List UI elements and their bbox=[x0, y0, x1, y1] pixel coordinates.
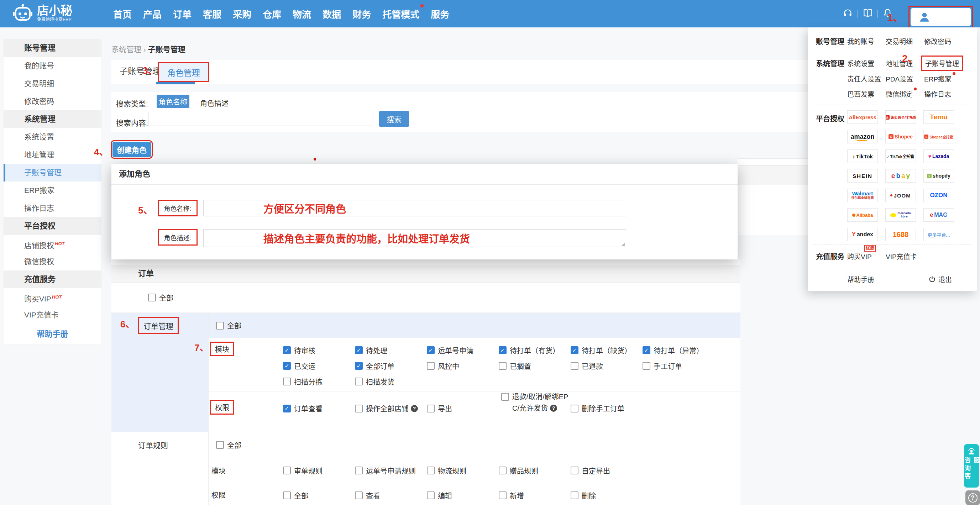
platform-shopee-tuoguan[interactable]: SShopee全托管 bbox=[923, 130, 954, 143]
checkbox[interactable]: ✓ bbox=[571, 346, 579, 354]
checkbox[interactable] bbox=[571, 491, 579, 499]
checkbox-操作全部店铺[interactable]: 操作全部店铺? bbox=[355, 403, 427, 413]
nav-item-产品[interactable]: 产品 bbox=[143, 7, 162, 20]
checkbox-查看[interactable]: 查看 bbox=[355, 491, 427, 501]
headset-icon[interactable] bbox=[843, 8, 853, 19]
platform-tiktok[interactable]: ♪TikTok bbox=[847, 149, 878, 163]
checkbox-自定导出[interactable]: 自定导出 bbox=[571, 465, 643, 476]
platform-joom[interactable]: JOOM bbox=[885, 189, 916, 202]
checkbox-已退款[interactable]: 已退款 bbox=[571, 361, 643, 371]
platform-mercado-libre[interactable]: mercadolibre bbox=[885, 208, 916, 222]
sidebar-item-交易明细[interactable]: 交易明细 bbox=[3, 75, 102, 92]
checkbox[interactable]: ✓ bbox=[283, 405, 291, 413]
platform-tiktok-tuoguan[interactable]: ♪TikTok全托管 bbox=[885, 149, 916, 163]
manual-book-icon[interactable] bbox=[863, 8, 872, 19]
platform-aliexpress[interactable]: AliExpress bbox=[847, 110, 878, 124]
checkbox-运单号申请规则[interactable]: 运单号申请规则 bbox=[355, 465, 427, 476]
checkbox[interactable] bbox=[283, 491, 291, 499]
checkbox[interactable] bbox=[571, 405, 579, 413]
sidebar-item-地址管理[interactable]: 地址管理 bbox=[3, 146, 102, 164]
platform-shopee[interactable]: SShopee bbox=[885, 130, 916, 143]
checkbox-全部订单[interactable]: ✓全部订单 bbox=[355, 361, 427, 371]
checkbox-待打单（异常）[interactable]: ✓待打单（异常） bbox=[643, 345, 714, 356]
permission-checkbox-退款/取消/解绑EP[interactable]: 退款/取消/解绑EPC/允许发货? bbox=[499, 391, 571, 413]
checkbox[interactable] bbox=[427, 405, 434, 413]
nav-item-采购[interactable]: 采购 bbox=[233, 7, 251, 20]
checkbox[interactable]: ✓ bbox=[283, 362, 291, 370]
role-desc-textarea[interactable]: 描述角色主要负责的功能，比如处理订单发货 ◢ bbox=[203, 229, 626, 247]
checkbox-全部[interactable]: 全部 bbox=[148, 292, 173, 303]
checkbox-运单号申请[interactable]: ✓运单号申请 bbox=[427, 345, 499, 356]
checkbox[interactable] bbox=[355, 491, 363, 499]
sidebar-item-店铺授权[interactable]: 店铺授权HOT bbox=[3, 235, 102, 252]
checkbox[interactable] bbox=[283, 467, 291, 475]
dropdown-link-购买VIP[interactable]: 购买VIP bbox=[847, 251, 886, 261]
checkbox[interactable] bbox=[355, 405, 363, 413]
nav-item-订单[interactable]: 订单 bbox=[173, 7, 191, 20]
checkbox-已交运[interactable]: ✓已交运 bbox=[283, 361, 355, 371]
help-icon[interactable]: ? bbox=[411, 405, 418, 412]
checkbox[interactable] bbox=[148, 294, 156, 302]
checkbox-删除[interactable]: 删除 bbox=[571, 491, 643, 501]
checkbox-待打单（缺货）[interactable]: ✓待打单（缺货） bbox=[571, 345, 643, 356]
checkbox-赠品规则[interactable]: 赠品规则 bbox=[499, 465, 571, 476]
platform-1688[interactable]: 1688 bbox=[885, 228, 916, 241]
user-account-pill[interactable] bbox=[911, 8, 971, 26]
dropdown-link-微信绑定[interactable]: 微信绑定 bbox=[886, 89, 924, 98]
checkbox-待打单（有货）[interactable]: ✓待打单（有货） bbox=[499, 345, 571, 356]
checkbox-全部[interactable]: 全部 bbox=[216, 440, 241, 450]
checkbox-订单查看[interactable]: ✓订单查看 bbox=[283, 403, 355, 413]
user-account-button[interactable] bbox=[908, 6, 973, 29]
platform-shopify[interactable]: sshopify bbox=[923, 169, 954, 183]
sidebar-help-link[interactable]: 帮助手册 bbox=[3, 324, 102, 345]
checkbox-编辑[interactable]: 编辑 bbox=[427, 491, 499, 501]
checkbox-全部[interactable]: 全部 bbox=[216, 320, 241, 330]
platform-walmart[interactable]: Walmart沃尔玛全球电商 bbox=[847, 189, 878, 202]
checkbox[interactable] bbox=[216, 441, 224, 449]
checkbox[interactable] bbox=[571, 467, 579, 475]
checkbox[interactable]: ✓ bbox=[283, 346, 291, 354]
sidebar-item-我的账号[interactable]: 我的账号 bbox=[3, 57, 102, 75]
platform-shein[interactable]: SHEIN bbox=[847, 169, 878, 183]
search-button[interactable]: 搜索 bbox=[379, 111, 409, 127]
nav-item-数据[interactable]: 数据 bbox=[323, 7, 341, 20]
checkbox-删除手工订单[interactable]: 删除手工订单 bbox=[571, 403, 643, 413]
platform-alibaba[interactable]: Alibaba bbox=[847, 208, 878, 222]
logout-button[interactable]: 退出 bbox=[928, 275, 952, 284]
checkbox-导出[interactable]: 导出 bbox=[427, 403, 499, 413]
checkbox[interactable] bbox=[216, 322, 224, 330]
sidebar-item-ERP搬家[interactable]: ERP搬家 bbox=[3, 181, 102, 199]
nav-item-物流[interactable]: 物流 bbox=[293, 7, 311, 20]
dropdown-link-PDA设置[interactable]: PDA设置 bbox=[886, 74, 924, 83]
search-input[interactable] bbox=[148, 112, 372, 126]
platform-temu[interactable]: Temu bbox=[923, 110, 954, 124]
sidebar-item-修改密码[interactable]: 修改密码 bbox=[3, 92, 102, 110]
sidebar-item-微信授权[interactable]: 微信授权 bbox=[3, 252, 102, 270]
checkbox-审单规则[interactable]: 审单规则 bbox=[283, 465, 355, 476]
checkbox-全部[interactable]: 全部 bbox=[283, 491, 355, 501]
checkbox[interactable] bbox=[499, 467, 507, 475]
dropdown-link-子账号管理[interactable]: 子账号管理 bbox=[921, 56, 963, 71]
dropdown-link-VIP充值卡[interactable]: VIP充值卡 bbox=[886, 251, 924, 261]
platform-ebay[interactable]: ebay bbox=[885, 169, 916, 183]
dropdown-link-help-manual[interactable]: 帮助手册 bbox=[847, 275, 886, 284]
checkbox[interactable]: ✓ bbox=[355, 362, 363, 370]
dropdown-link-系统设置[interactable]: 系统设置 bbox=[847, 58, 886, 68]
sidebar-item-购买VIP[interactable]: 购买VIPHOT bbox=[3, 288, 102, 306]
dropdown-link-修改密码[interactable]: 修改密码 bbox=[924, 36, 963, 46]
app-logo[interactable]: 店小秘 免费跨境电商ERP bbox=[13, 3, 72, 23]
nav-item-客服[interactable]: 客服 bbox=[203, 7, 221, 20]
nav-item-仓库[interactable]: 仓库 bbox=[263, 7, 281, 20]
dropdown-link-交易明细[interactable]: 交易明细 bbox=[886, 36, 924, 46]
platform-more-platforms[interactable]: 更多平台... bbox=[923, 228, 954, 241]
checkbox-待处理[interactable]: ✓待处理 bbox=[355, 345, 427, 356]
platform-smt-tuoguan[interactable]: 速速卖通全/半托管 bbox=[885, 110, 916, 124]
checkbox[interactable] bbox=[501, 393, 509, 401]
sidebar-item-VIP充值卡[interactable]: VIP充值卡 bbox=[3, 306, 102, 324]
create-role-button[interactable]: 创建角色 bbox=[113, 142, 151, 157]
platform-lazada[interactable]: ♥Lazada bbox=[923, 149, 954, 163]
dropdown-link-ERP搬家[interactable]: ERP搬家 bbox=[924, 74, 963, 83]
sidebar-item-子账号管理[interactable]: 子账号管理 bbox=[3, 164, 102, 181]
platform-yandex[interactable]: Yandex bbox=[847, 228, 878, 241]
checkbox-风控中[interactable]: 风控中 bbox=[427, 361, 499, 371]
